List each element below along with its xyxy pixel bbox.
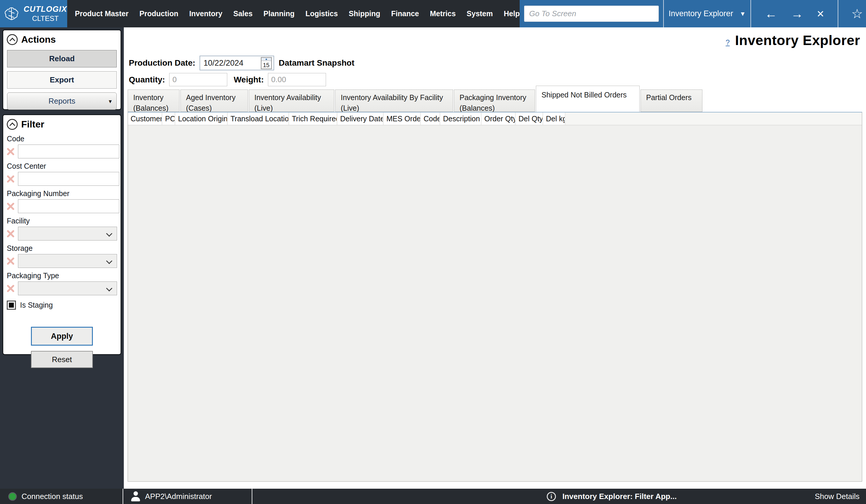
actions-panel: Actions Reload Export Reports ▾ bbox=[2, 30, 121, 110]
clear-packaging-number-icon[interactable] bbox=[5, 201, 16, 212]
tab-aged-inventory-cases[interactable]: Aged Inventory (Cases) bbox=[180, 90, 248, 112]
checkbox-fill-icon bbox=[9, 302, 14, 308]
screen-selector-dropdown[interactable]: Inventory Explorer ▼ bbox=[663, 0, 751, 27]
facility-select[interactable] bbox=[18, 227, 117, 241]
grid-body-empty bbox=[128, 126, 862, 481]
tab-packaging-inventory-balances[interactable]: Packaging Inventory (Balances) bbox=[454, 90, 535, 112]
menu-planning[interactable]: Planning bbox=[264, 9, 295, 18]
environment-label: CLTEST bbox=[32, 14, 59, 23]
column-header-delivery-date[interactable]: Delivery Date bbox=[337, 113, 384, 125]
logged-in-user-segment: APP2\Administrator bbox=[123, 489, 252, 504]
calendar-day-label: 15 bbox=[263, 61, 269, 69]
datamart-snapshot-label: Datamart Snapshot bbox=[279, 58, 355, 68]
column-header-description[interactable]: Description bbox=[440, 113, 482, 125]
menu-sales[interactable]: Sales bbox=[233, 9, 252, 18]
clear-facility-icon[interactable] bbox=[5, 228, 16, 239]
info-icon bbox=[547, 492, 556, 501]
page-title: Inventory Explorer bbox=[735, 32, 860, 48]
clear-code-icon[interactable] bbox=[5, 146, 16, 157]
clear-cost-center-icon[interactable] bbox=[5, 173, 16, 185]
results-grid: Customer PO Location Origin Transload Lo… bbox=[127, 112, 862, 482]
quantity-label: Quantity: bbox=[129, 75, 165, 84]
code-input[interactable] bbox=[18, 145, 119, 158]
reports-dropdown-button[interactable]: Reports ▾ bbox=[7, 92, 117, 110]
weight-label: Weight: bbox=[234, 75, 264, 84]
menu-help[interactable]: Help bbox=[504, 9, 520, 18]
main-menu: Product Master Production Inventory Sale… bbox=[67, 0, 520, 27]
column-header-location-origin[interactable]: Location Origin bbox=[175, 113, 228, 125]
packaging-number-label: Packaging Number bbox=[7, 189, 121, 198]
back-arrow-icon[interactable]: ← bbox=[765, 8, 777, 20]
production-date-input[interactable] bbox=[204, 59, 254, 68]
favorite-star-icon[interactable]: ☆ bbox=[851, 7, 863, 20]
filter-panel: Filter Code Cost Center Packaging Number… bbox=[2, 114, 121, 355]
menu-finance[interactable]: Finance bbox=[391, 9, 419, 18]
status-message: Inventory Explorer: Filter App... bbox=[563, 492, 677, 501]
favorite-section: ☆ bbox=[838, 0, 866, 27]
storage-label: Storage bbox=[7, 244, 121, 253]
filter-title: Filter bbox=[21, 119, 44, 130]
clear-storage-icon[interactable] bbox=[5, 255, 16, 267]
show-details-button[interactable]: Show Details bbox=[815, 489, 859, 504]
forward-arrow-icon[interactable]: → bbox=[791, 8, 803, 20]
storage-select[interactable] bbox=[18, 254, 117, 268]
column-header-transload-location[interactable]: Transload Location bbox=[228, 113, 289, 125]
export-button[interactable]: Export bbox=[7, 71, 117, 89]
tab-shipped-not-billed-orders[interactable]: Shipped Not Billed Orders bbox=[536, 86, 640, 112]
user-icon bbox=[130, 491, 141, 501]
goto-screen-section bbox=[520, 0, 663, 27]
reset-button[interactable]: Reset bbox=[31, 351, 93, 368]
menu-inventory[interactable]: Inventory bbox=[189, 9, 223, 18]
screen-selector-label: Inventory Explorer bbox=[668, 9, 733, 18]
is-staging-checkbox[interactable] bbox=[7, 300, 16, 310]
column-header-trich-required[interactable]: Trich Required bbox=[289, 113, 337, 125]
help-link[interactable]: ? bbox=[726, 38, 730, 47]
cost-center-label: Cost Center bbox=[7, 162, 121, 170]
reports-label: Reports bbox=[48, 96, 75, 105]
menu-product-master[interactable]: Product Master bbox=[75, 9, 129, 18]
menu-system[interactable]: System bbox=[467, 9, 493, 18]
facility-label: Facility bbox=[7, 217, 121, 225]
packaging-type-select[interactable] bbox=[18, 282, 117, 295]
tab-inventory-availability-by-facility[interactable]: Inventory Availability By Facility (Live… bbox=[335, 90, 453, 112]
menu-shipping[interactable]: Shipping bbox=[349, 9, 380, 18]
menu-production[interactable]: Production bbox=[140, 9, 178, 18]
tab-inventory-balances[interactable]: Inventory (Balances) bbox=[127, 90, 179, 112]
weight-input[interactable] bbox=[268, 73, 326, 86]
tab-inventory-availability-live[interactable]: Inventory Availability (Live) bbox=[249, 90, 334, 112]
goto-screen-input[interactable] bbox=[524, 5, 659, 22]
column-header-code[interactable]: Code bbox=[421, 113, 440, 125]
column-header-po[interactable]: PO bbox=[163, 113, 175, 125]
column-header-del-kg[interactable]: Del kg bbox=[543, 113, 566, 125]
code-label: Code bbox=[7, 135, 121, 143]
cost-center-input[interactable] bbox=[18, 172, 119, 186]
connection-status-segment: Connection status bbox=[0, 489, 123, 504]
collapse-actions-icon[interactable] bbox=[7, 34, 18, 45]
menu-metrics[interactable]: Metrics bbox=[430, 9, 456, 18]
top-menu-bar: CUTLOGIX CLTEST Product Master Productio… bbox=[0, 0, 866, 27]
chevron-down-icon: ▾ bbox=[109, 98, 112, 105]
apply-button[interactable]: Apply bbox=[31, 327, 93, 346]
is-staging-label: Is Staging bbox=[20, 301, 53, 309]
tab-partial-orders[interactable]: Partial Orders bbox=[641, 90, 702, 112]
collapse-filter-icon[interactable] bbox=[7, 119, 18, 130]
production-date-field: 15 bbox=[200, 56, 274, 70]
column-header-customer[interactable]: Customer bbox=[128, 113, 163, 125]
calendar-icon[interactable]: 15 bbox=[261, 57, 272, 69]
connection-status-icon bbox=[8, 492, 17, 501]
close-icon[interactable]: × bbox=[817, 8, 824, 20]
menu-logistics[interactable]: Logistics bbox=[306, 9, 338, 18]
main-content: ? Inventory Explorer Production Date: 15… bbox=[124, 27, 866, 489]
column-header-order-qty[interactable]: Order Qty bbox=[482, 113, 516, 125]
packaging-number-input[interactable] bbox=[18, 199, 119, 213]
logged-in-user-label: APP2\Administrator bbox=[145, 492, 212, 501]
quantity-input[interactable] bbox=[169, 73, 227, 86]
column-header-del-qty[interactable]: Del Qty bbox=[516, 113, 543, 125]
reload-button[interactable]: Reload bbox=[7, 50, 117, 67]
production-date-label: Production Date: bbox=[129, 58, 196, 68]
left-sidebar: Actions Reload Export Reports ▾ Filter C… bbox=[0, 27, 124, 489]
column-header-mes-order[interactable]: MES Order bbox=[384, 113, 421, 125]
clear-packaging-type-icon[interactable] bbox=[5, 283, 16, 294]
actions-title: Actions bbox=[21, 34, 56, 45]
tab-label: Packaging Inventory bbox=[459, 92, 535, 103]
